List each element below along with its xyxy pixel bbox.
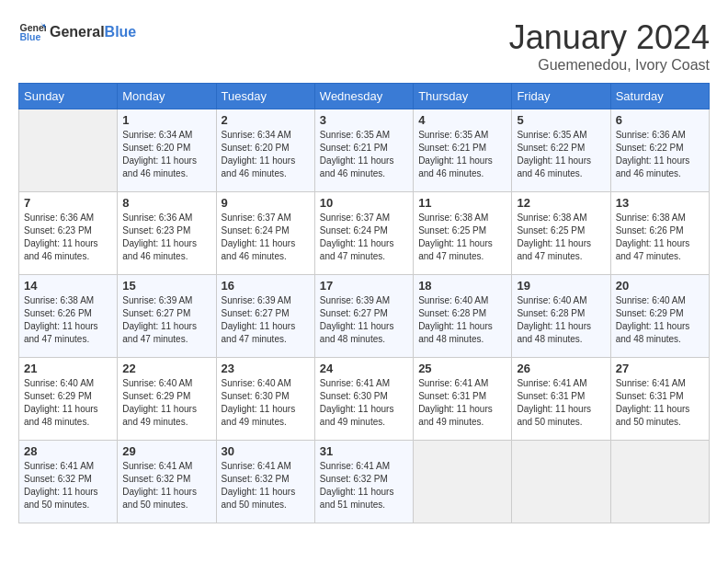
calendar-week-row: 14Sunrise: 6:38 AM Sunset: 6:26 PM Dayli… [19,275,710,358]
calendar-cell: 19Sunrise: 6:40 AM Sunset: 6:28 PM Dayli… [512,275,610,358]
calendar-week-row: 21Sunrise: 6:40 AM Sunset: 6:29 PM Dayli… [19,358,710,441]
calendar-header: SundayMondayTuesdayWednesdayThursdayFrid… [19,84,710,109]
calendar-cell: 29Sunrise: 6:41 AM Sunset: 6:32 PM Dayli… [118,441,216,523]
calendar-cell [512,441,610,523]
day-number: 21 [24,362,112,375]
day-info: Sunrise: 6:36 AM Sunset: 6:23 PM Dayligh… [24,212,112,263]
calendar-week-row: 7Sunrise: 6:36 AM Sunset: 6:23 PM Daylig… [19,192,710,275]
day-info: Sunrise: 6:38 AM Sunset: 6:26 PM Dayligh… [24,294,112,346]
day-info: Sunrise: 6:41 AM Sunset: 6:30 PM Dayligh… [320,377,408,429]
day-info: Sunrise: 6:41 AM Sunset: 6:32 PM Dayligh… [222,460,310,511]
calendar-week-row: 28Sunrise: 6:41 AM Sunset: 6:32 PM Dayli… [19,441,710,523]
weekday-header-tuesday: Tuesday [216,84,314,109]
calendar-cell [19,109,118,192]
calendar-title: January 2024 [509,18,710,57]
calendar-cell: 10Sunrise: 6:37 AM Sunset: 6:24 PM Dayli… [314,192,413,275]
day-number: 22 [122,362,210,375]
logo-text: GeneralBlue [50,24,136,40]
day-info: Sunrise: 6:35 AM Sunset: 6:21 PM Dayligh… [320,129,408,180]
day-info: Sunrise: 6:34 AM Sunset: 6:20 PM Dayligh… [222,129,310,180]
day-number: 23 [222,362,310,375]
day-number: 1 [122,113,210,127]
day-number: 9 [222,196,310,210]
day-info: Sunrise: 6:41 AM Sunset: 6:32 PM Dayligh… [320,460,408,511]
day-number: 12 [517,196,605,210]
day-info: Sunrise: 6:41 AM Sunset: 6:31 PM Dayligh… [616,377,704,429]
day-number: 28 [24,444,112,458]
calendar-cell: 15Sunrise: 6:39 AM Sunset: 6:27 PM Dayli… [118,275,216,358]
day-info: Sunrise: 6:40 AM Sunset: 6:29 PM Dayligh… [24,377,112,429]
calendar-cell: 12Sunrise: 6:38 AM Sunset: 6:25 PM Dayli… [512,192,610,275]
calendar-cell: 7Sunrise: 6:36 AM Sunset: 6:23 PM Daylig… [19,192,118,275]
weekday-header-wednesday: Wednesday [314,84,413,109]
weekday-header-monday: Monday [118,84,216,109]
day-info: Sunrise: 6:36 AM Sunset: 6:22 PM Dayligh… [616,129,704,180]
day-info: Sunrise: 6:41 AM Sunset: 6:31 PM Dayligh… [418,377,506,429]
day-number: 15 [122,279,210,293]
calendar-cell: 22Sunrise: 6:40 AM Sunset: 6:29 PM Dayli… [118,358,216,441]
calendar-cell: 2Sunrise: 6:34 AM Sunset: 6:20 PM Daylig… [216,109,314,192]
calendar-cell: 20Sunrise: 6:40 AM Sunset: 6:29 PM Dayli… [610,275,709,358]
day-info: Sunrise: 6:35 AM Sunset: 6:21 PM Dayligh… [418,129,506,180]
day-info: Sunrise: 6:40 AM Sunset: 6:28 PM Dayligh… [517,294,605,346]
day-number: 26 [517,362,605,375]
weekday-header-friday: Friday [512,84,610,109]
calendar-cell: 24Sunrise: 6:41 AM Sunset: 6:30 PM Dayli… [314,358,413,441]
day-info: Sunrise: 6:41 AM Sunset: 6:32 PM Dayligh… [24,460,112,511]
day-number: 4 [418,113,506,127]
day-number: 14 [24,279,112,293]
day-info: Sunrise: 6:36 AM Sunset: 6:23 PM Dayligh… [122,212,210,263]
day-info: Sunrise: 6:40 AM Sunset: 6:30 PM Dayligh… [222,377,310,429]
svg-text:Blue: Blue [20,31,41,42]
day-number: 5 [517,113,605,127]
day-number: 24 [320,362,408,375]
calendar-cell: 13Sunrise: 6:38 AM Sunset: 6:26 PM Dayli… [610,192,709,275]
day-number: 2 [222,113,310,127]
day-info: Sunrise: 6:40 AM Sunset: 6:29 PM Dayligh… [616,294,704,346]
logo-general: General [50,24,105,40]
day-number: 10 [320,196,408,210]
calendar-cell: 11Sunrise: 6:38 AM Sunset: 6:25 PM Dayli… [414,192,512,275]
day-info: Sunrise: 6:40 AM Sunset: 6:28 PM Dayligh… [418,294,506,346]
weekday-header-saturday: Saturday [610,84,709,109]
day-number: 29 [122,444,210,458]
calendar-week-row: 1Sunrise: 6:34 AM Sunset: 6:20 PM Daylig… [19,109,710,192]
weekday-header-sunday: Sunday [19,84,118,109]
calendar-cell [414,441,512,523]
day-number: 6 [616,113,704,127]
calendar-cell: 30Sunrise: 6:41 AM Sunset: 6:32 PM Dayli… [216,441,314,523]
weekday-header-thursday: Thursday [414,84,512,109]
day-info: Sunrise: 6:38 AM Sunset: 6:25 PM Dayligh… [418,212,506,263]
day-info: Sunrise: 6:38 AM Sunset: 6:26 PM Dayligh… [616,212,704,263]
day-number: 17 [320,279,408,293]
logo: General Blue GeneralBlue [18,18,136,46]
title-area: January 2024 Guemenedou, Ivory Coast [509,18,710,74]
day-info: Sunrise: 6:38 AM Sunset: 6:25 PM Dayligh… [517,212,605,263]
calendar-cell: 1Sunrise: 6:34 AM Sunset: 6:20 PM Daylig… [118,109,216,192]
day-number: 13 [616,196,704,210]
calendar-subtitle: Guemenedou, Ivory Coast [509,57,710,74]
day-number: 11 [418,196,506,210]
day-number: 19 [517,279,605,293]
day-number: 16 [222,279,310,293]
calendar-cell: 17Sunrise: 6:39 AM Sunset: 6:27 PM Dayli… [314,275,413,358]
logo-blue: Blue [105,24,137,40]
day-number: 25 [418,362,506,375]
calendar-cell: 5Sunrise: 6:35 AM Sunset: 6:22 PM Daylig… [512,109,610,192]
calendar-cell: 25Sunrise: 6:41 AM Sunset: 6:31 PM Dayli… [414,358,512,441]
day-info: Sunrise: 6:39 AM Sunset: 6:27 PM Dayligh… [320,294,408,346]
calendar-cell: 31Sunrise: 6:41 AM Sunset: 6:32 PM Dayli… [314,441,413,523]
day-info: Sunrise: 6:35 AM Sunset: 6:22 PM Dayligh… [517,129,605,180]
calendar-cell: 14Sunrise: 6:38 AM Sunset: 6:26 PM Dayli… [19,275,118,358]
day-number: 30 [222,444,310,458]
day-number: 31 [320,444,408,458]
day-number: 18 [418,279,506,293]
day-info: Sunrise: 6:41 AM Sunset: 6:31 PM Dayligh… [517,377,605,429]
calendar-cell: 23Sunrise: 6:40 AM Sunset: 6:30 PM Dayli… [216,358,314,441]
day-number: 7 [24,196,112,210]
logo-icon: General Blue [18,18,46,46]
calendar-cell: 4Sunrise: 6:35 AM Sunset: 6:21 PM Daylig… [414,109,512,192]
day-number: 20 [616,279,704,293]
calendar-body: 1Sunrise: 6:34 AM Sunset: 6:20 PM Daylig… [19,109,710,523]
day-info: Sunrise: 6:37 AM Sunset: 6:24 PM Dayligh… [222,212,310,263]
